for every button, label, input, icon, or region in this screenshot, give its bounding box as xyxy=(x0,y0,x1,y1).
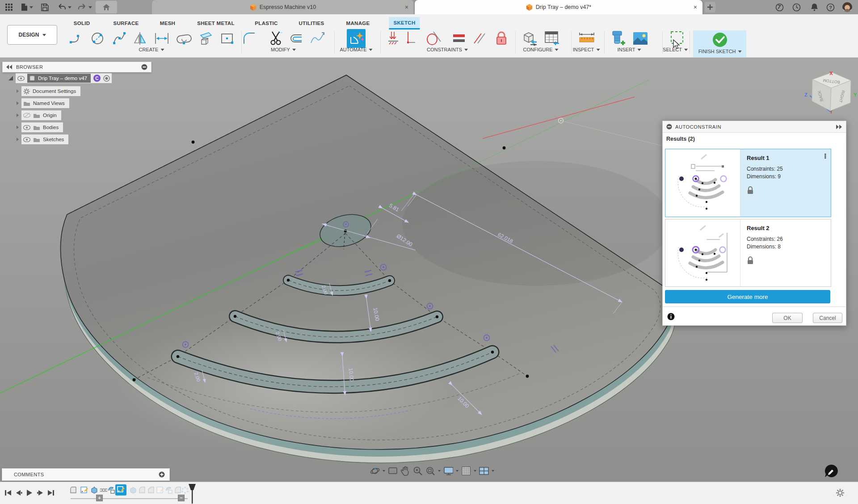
group-label-configure[interactable]: CONFIGURE xyxy=(523,47,559,52)
viewports-icon[interactable] xyxy=(479,466,489,476)
result-2-thumbnail[interactable] xyxy=(665,219,740,286)
parallel-constraint-icon[interactable] xyxy=(471,30,488,46)
browser-item-named-views[interactable]: Named Views xyxy=(17,98,69,108)
browser-root-item[interactable]: Drip Tray – demo v47 xyxy=(27,74,91,83)
visibility-eye-icon[interactable] xyxy=(23,125,30,130)
panel-minimize-icon[interactable] xyxy=(141,64,147,70)
zoom-icon[interactable] xyxy=(413,466,423,476)
browser-item-origin[interactable]: Origin xyxy=(17,110,61,120)
offset-tool-icon[interactable] xyxy=(288,30,304,46)
timeline-position-marker[interactable] xyxy=(187,483,197,504)
timeline-feature-combine-suppressed[interactable] xyxy=(164,486,173,495)
dock-panel-icon[interactable] xyxy=(836,125,842,129)
measure-tool-icon[interactable] xyxy=(578,30,594,46)
comments-bar[interactable]: COMMENTS xyxy=(2,468,170,481)
display-settings-icon[interactable] xyxy=(443,466,453,476)
timeline-feature-base[interactable] xyxy=(69,486,78,495)
circle-tool-icon[interactable] xyxy=(89,30,105,46)
sketch-scale-tool-icon[interactable] xyxy=(309,30,325,46)
browser-item-sketches[interactable]: Sketches xyxy=(17,134,68,144)
timeline-feature-extrude[interactable] xyxy=(90,486,99,495)
sketch-dimension-tool-icon[interactable] xyxy=(154,30,170,46)
timeline-group-collapse-badge[interactable]: − xyxy=(178,495,185,501)
document-tab-espresso[interactable]: Espresso Machine v10 × xyxy=(152,0,414,14)
trim-tool-icon[interactable] xyxy=(268,30,284,46)
ok-button[interactable]: OK xyxy=(772,313,803,323)
browser-header[interactable]: BROWSER xyxy=(2,62,151,72)
slot-tool-icon[interactable] xyxy=(176,30,192,46)
grid-settings-icon[interactable] xyxy=(461,466,471,476)
tangent-constraint-icon[interactable] xyxy=(425,30,442,46)
zoom-fit-icon[interactable] xyxy=(425,466,435,476)
result-1-menu-icon[interactable]: ••• xyxy=(824,154,826,159)
file-menu-icon[interactable] xyxy=(19,2,29,13)
tab-plastic[interactable]: PLASTIC xyxy=(250,17,282,29)
feedback-bubble-icon[interactable] xyxy=(824,464,839,479)
group-label-modify[interactable]: MODIFY xyxy=(271,47,296,52)
new-tab-icon[interactable] xyxy=(705,2,715,13)
generate-more-button[interactable]: Generate more xyxy=(665,290,830,303)
display-settings-caret[interactable] xyxy=(456,470,458,472)
tab-utilities[interactable]: UTILITIES xyxy=(294,17,328,29)
timeline-settings-gear-icon[interactable] xyxy=(836,488,845,497)
look-at-icon[interactable] xyxy=(388,466,398,476)
timeline-go-to-end-button[interactable] xyxy=(46,488,55,497)
info-icon[interactable] xyxy=(667,313,675,320)
cancel-button[interactable]: Cancel xyxy=(813,313,842,323)
timeline-step-forward-button[interactable] xyxy=(36,488,45,497)
close-tab-icon[interactable]: × xyxy=(694,4,697,10)
timeline-feature-combine[interactable] xyxy=(107,486,116,495)
apps-grid-icon[interactable] xyxy=(4,2,14,13)
timeline-feature-active-sketch[interactable] xyxy=(115,484,126,496)
panel-minimize-icon[interactable] xyxy=(666,124,672,130)
tab-solid[interactable]: SOLID xyxy=(69,17,95,29)
autoconstrain-header[interactable]: AUTOCONSTRAIN xyxy=(663,121,846,133)
avatar[interactable] xyxy=(842,2,853,13)
group-label-constraints[interactable]: CONSTRAINTS xyxy=(427,47,468,52)
group-label-insert[interactable]: INSERT xyxy=(617,47,641,52)
configure-feature-icon[interactable] xyxy=(522,30,538,46)
timeline-go-to-start-button[interactable] xyxy=(4,488,13,497)
help-icon[interactable]: ? xyxy=(825,2,836,13)
automate-tool-icon[interactable] xyxy=(346,29,366,48)
close-tab-icon[interactable]: × xyxy=(405,4,408,10)
tab-surface[interactable]: SURFACE xyxy=(109,17,143,29)
timeline-feature-sketch-suppressed[interactable] xyxy=(156,486,164,495)
arc-tool-icon[interactable] xyxy=(68,30,84,46)
collapse-panel-icon[interactable] xyxy=(6,65,13,69)
select-tool-icon[interactable] xyxy=(670,30,686,46)
extensions-icon[interactable] xyxy=(774,2,785,13)
document-tab-driptray[interactable]: Drip Tray – demo v47* × xyxy=(415,0,702,14)
visibility-off-eye-icon[interactable] xyxy=(23,113,30,118)
file-menu-caret[interactable] xyxy=(29,6,33,8)
configure-table-icon[interactable] xyxy=(544,30,560,46)
spline-tool-icon[interactable] xyxy=(111,30,127,46)
finish-sketch-button[interactable]: FINISH SKETCH xyxy=(693,30,746,57)
group-label-automate[interactable]: AUTOMATE xyxy=(340,47,372,52)
orbit-caret[interactable] xyxy=(383,470,385,472)
equal-constraint-icon[interactable] xyxy=(451,30,467,46)
timeline-feature-extrude-suppressed[interactable] xyxy=(129,486,138,495)
pan-hand-icon[interactable] xyxy=(400,466,410,476)
perpendicular-constraint-icon[interactable] xyxy=(401,30,417,46)
visibility-eye-icon[interactable] xyxy=(17,76,25,81)
timeline-feature-fillet-suppressed[interactable] xyxy=(138,486,147,495)
timeline-group-expand-badge[interactable]: + xyxy=(96,495,103,501)
add-comment-icon[interactable] xyxy=(159,471,165,478)
undo-icon[interactable] xyxy=(56,2,67,13)
rectangle-tool-icon[interactable] xyxy=(219,30,235,46)
tab-manage[interactable]: MANAGE xyxy=(342,17,374,29)
timeline-play-button[interactable] xyxy=(25,488,34,497)
home-button[interactable] xyxy=(96,1,117,13)
mirror-tool-icon[interactable] xyxy=(132,30,148,46)
group-label-select[interactable]: SELECT xyxy=(663,47,688,52)
group-label-create[interactable]: CREATE xyxy=(139,47,164,52)
viewports-caret[interactable] xyxy=(492,470,494,472)
visibility-eye-icon[interactable] xyxy=(23,137,30,142)
tab-sheet-metal[interactable]: SHEET METAL xyxy=(193,17,239,29)
sketch-lock-icon[interactable] xyxy=(493,30,509,46)
insert-fastener-icon[interactable] xyxy=(610,30,626,46)
collaborator-badge[interactable]: C xyxy=(93,75,101,82)
expand-icon[interactable] xyxy=(17,89,19,93)
result-card-1[interactable]: Result 1 Constraints: 25 Dimensions: 9 •… xyxy=(665,149,831,217)
